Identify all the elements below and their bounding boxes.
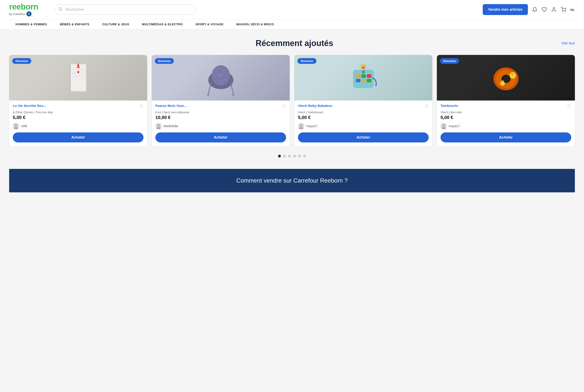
product-price: 5,00 € (441, 115, 571, 120)
dot-3[interactable] (288, 155, 291, 158)
svg-point-44 (300, 124, 302, 126)
svg-point-22 (207, 93, 209, 96)
logo-by: by Carrefour (9, 12, 32, 16)
product-image-wrap: ❄ ❄ Nouveau (152, 55, 290, 100)
svg-line-1 (61, 10, 62, 10)
dot-4[interactable] (293, 155, 296, 158)
badge-nouveau: Nouveau (298, 58, 317, 64)
svg-text:❄: ❄ (217, 72, 221, 78)
dot-6[interactable] (303, 155, 306, 158)
seller-avatar (13, 123, 19, 129)
product-description: & Other Stories | Très bon état (13, 110, 143, 114)
seller-name: maya17 (449, 124, 460, 128)
dot-1[interactable] (278, 155, 281, 158)
search-icon (58, 7, 63, 12)
product-description: Kost | Neuf sans étiquette (155, 110, 286, 114)
svg-point-51 (512, 73, 513, 74)
svg-point-4 (565, 12, 565, 12)
svg-point-38 (361, 64, 363, 67)
product-price: 5,00 € (298, 115, 429, 120)
svg-point-2 (553, 8, 555, 9)
wishlist-icon[interactable]: ♡ (282, 104, 286, 109)
notifications-button[interactable] (532, 7, 537, 12)
svg-point-57 (443, 124, 445, 126)
buy-button[interactable]: Acheter (155, 132, 286, 142)
seller-avatar (441, 123, 447, 129)
account-button[interactable] (551, 7, 557, 12)
logo-area: reeborn by Carrefour (9, 3, 50, 16)
product-title: Vtech Baby Baladeur. (298, 104, 423, 108)
badge-nouveau: Nouveau (12, 58, 31, 64)
carrefour-icon (27, 12, 32, 16)
svg-rect-30 (361, 74, 366, 78)
product-description: Vtech | Bon état (441, 110, 571, 114)
product-body: Tambourin ♡ Vtech | Bon état 5,00 € maya… (437, 100, 575, 146)
product-image-wrap: Nouveau (9, 55, 147, 100)
wishlist-icon[interactable]: ♡ (567, 104, 571, 109)
svg-point-13 (77, 71, 79, 73)
bottom-banner-text: Comment vendre sur Carrefour Reeborn ? (236, 177, 348, 184)
section-header: Récemment ajoutés Voir tout (9, 38, 575, 48)
vendre-button[interactable]: Vendre mes articles (483, 4, 528, 15)
product-price: 5,00 € (13, 115, 143, 120)
svg-rect-29 (356, 74, 361, 78)
voir-tout-link[interactable]: Voir tout (561, 41, 575, 45)
svg-rect-32 (356, 79, 361, 82)
buy-button[interactable]: Acheter (13, 132, 143, 142)
nav-bebes-enfants[interactable]: BÉBÉS & ENFANTS (53, 19, 96, 29)
seller-avatar (155, 123, 162, 129)
dot-5[interactable] (298, 155, 301, 158)
nav-hommes-femmes[interactable]: HOMMES & FEMMES (9, 19, 53, 29)
svg-point-42 (363, 68, 364, 69)
svg-point-55 (502, 81, 502, 82)
logo-reeborn: reeborn (9, 3, 38, 11)
wishlist-icon[interactable]: ♡ (139, 104, 143, 109)
product-body: La Vie Secrète Des... ♡ & Other Stories … (9, 100, 147, 146)
search-bar[interactable] (55, 4, 196, 14)
product-title: Paarse Muts Voor... (155, 104, 280, 108)
svg-rect-31 (367, 74, 371, 78)
svg-point-39 (364, 64, 366, 67)
language-button[interactable]: NL (570, 8, 575, 12)
search-input[interactable] (55, 4, 196, 14)
product-card: Nouveau Vtech Baby Baladeur. ♡ Vtech | S… (294, 55, 432, 146)
nav-maison[interactable]: MAISON, DÉCO & BRICO (230, 19, 280, 29)
nav-multimedias[interactable]: MULTIMÉDIAS & ELECTRO (136, 19, 189, 29)
product-title: La Vie Secrète Des... (13, 104, 138, 108)
product-grid: Nouveau La Vie Secrète Des... ♡ & Other … (9, 55, 575, 146)
seller-row: ValK (13, 123, 143, 129)
wishlist-button[interactable] (541, 7, 547, 12)
buy-button[interactable]: Acheter (298, 132, 429, 142)
nav-culture-jeux[interactable]: CULTURE & JEUX (96, 19, 136, 29)
section-title: Récemment ajoutés (27, 38, 561, 48)
product-card: Nouveau Tambourin ♡ Vtech | Bon état 5,0… (437, 55, 575, 146)
buy-button[interactable]: Acheter (441, 132, 571, 142)
carousel-dots (9, 155, 575, 158)
header-actions: Vendre mes articles (483, 4, 575, 15)
dot-2[interactable] (283, 155, 286, 158)
seller-name: Madeliefje (164, 124, 178, 128)
svg-rect-6 (71, 65, 86, 91)
product-body: Vtech Baby Baladeur. ♡ Vtech | Satisfais… (294, 100, 432, 146)
wishlist-icon[interactable]: ♡ (425, 104, 429, 109)
product-description: Vtech | Satisfaisant (298, 110, 429, 114)
svg-point-41 (363, 67, 364, 68)
seller-avatar (298, 123, 304, 129)
svg-point-54 (501, 80, 504, 83)
cart-button[interactable] (561, 7, 566, 12)
bottom-banner[interactable]: Comment vendre sur Carrefour Reeborn ? (9, 169, 575, 192)
badge-nouveau: Nouveau (155, 58, 174, 64)
seller-name: ValK (21, 124, 28, 128)
product-image-wrap: Nouveau (437, 55, 575, 100)
svg-point-40 (363, 67, 363, 68)
product-card: ❄ ❄ Nouveau Paarse Muts Voor... ♡ K (152, 55, 290, 146)
svg-rect-34 (367, 79, 371, 82)
seller-name: maya17 (306, 124, 318, 128)
nav-sport-voyage[interactable]: SPORT & VOYAGE (189, 19, 230, 29)
svg-point-24 (232, 93, 234, 96)
product-price: 10,00 € (155, 115, 286, 120)
main-content: Récemment ajoutés Voir tout (0, 30, 584, 202)
header: reeborn by Carrefour Vendre mes articles (0, 0, 584, 30)
svg-point-3 (562, 12, 563, 12)
svg-point-15 (15, 124, 17, 126)
